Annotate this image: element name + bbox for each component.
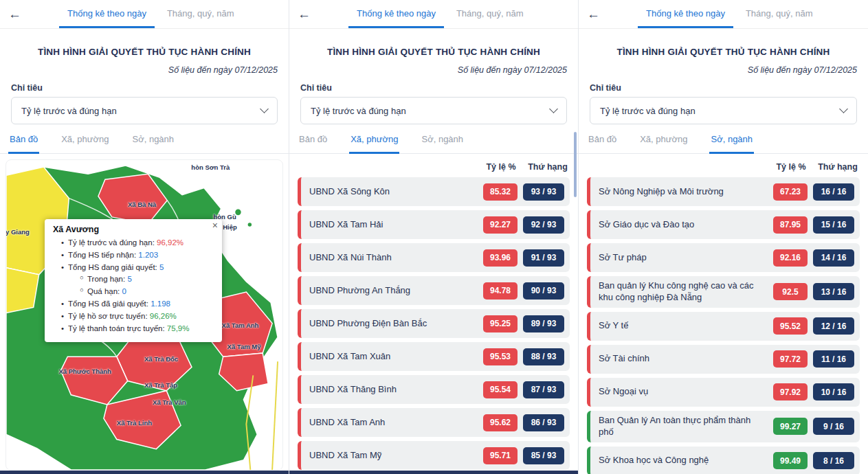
rank-badge: 88 / 93 <box>523 348 564 365</box>
tooltip-row-text: Tổng HS đã giải quyết: 1.198 <box>68 298 170 311</box>
scrollbar-thumb[interactable] <box>574 132 577 197</box>
page-title: TÌNH HÌNH GIẢI QUYẾT THỦ TỤC HÀNH CHÍNH <box>579 47 868 57</box>
map-tooltip: × Xã Avương • Tỷ lệ trước và đúng hạn: 9… <box>45 219 222 342</box>
rate-badge: 92.27 <box>483 216 518 234</box>
rate-badge: 95.25 <box>483 315 518 332</box>
rank-badge: 8 / 16 <box>813 452 854 469</box>
tab-month-quarter-year[interactable]: Tháng, quý, năm <box>448 0 532 28</box>
rank-badge: 14 / 16 <box>813 249 854 267</box>
tooltip-row-value: 5 <box>127 275 131 283</box>
tooltip-row-label: Tỷ lệ trước và đúng hạn: <box>68 238 157 247</box>
topbar: ← Thống kê theo ngày Tháng, quý, năm <box>579 0 868 29</box>
tooltip-row-label: Tổng HS tiếp nhận: <box>68 251 138 259</box>
view-tab-map[interactable]: Bản đồ <box>587 133 618 154</box>
view-tab-wards[interactable]: Xã, phường <box>60 133 110 154</box>
tooltip-row: • Tổng HS đang giải quyết: 5 <box>53 262 214 274</box>
back-button[interactable]: ← <box>8 7 30 22</box>
bullet-icon: • <box>58 323 67 335</box>
tooltip-row-value: 1.198 <box>151 300 170 308</box>
tooltip-row-value: 0 <box>122 287 126 295</box>
list-item[interactable]: UBND Phường An Thắng 94.78 90 / 93 <box>298 276 570 305</box>
tab-month-quarter-year[interactable]: Tháng, quý, năm <box>159 0 243 28</box>
tooltip-row: • Tỷ lệ hồ sơ trực tuyến: 96,26% <box>53 311 214 323</box>
list-column-headers: Tỷ lệ % Thứ hạng <box>289 154 578 176</box>
rate-badge: 94.78 <box>483 282 518 300</box>
rank-badge: 92 / 93 <box>523 216 564 234</box>
filter-label: Chỉ tiêu <box>300 83 567 93</box>
list-item[interactable]: Sở Tài chính 97.72 11 / 16 <box>587 345 860 374</box>
view-tab-departments[interactable]: Sở, ngành <box>131 133 175 154</box>
choropleth-map[interactable]: hòn Sơn TràXã Bà Nàhòn GùXã Tân HiệpTây … <box>5 159 283 471</box>
bullet-icon: • <box>58 262 67 274</box>
tab-daily-stats[interactable]: Thống kê theo ngày <box>348 0 444 28</box>
tooltip-row: • Tổng HS đã giải quyết: 1.198 <box>53 298 214 311</box>
tooltip-row-text: Tỷ lệ thanh toán trực tuyến: 75,9% <box>68 323 189 335</box>
app-root: ← Thống kê theo ngày Tháng, quý, năm TÌN… <box>0 0 868 474</box>
view-tab-map[interactable]: Bản đồ <box>8 133 39 154</box>
list-item[interactable]: Sở Giáo dục và Đào tạo 87.95 15 / 16 <box>587 210 860 239</box>
tooltip-row-value: 96,26% <box>150 312 177 320</box>
indicator-select[interactable]: Tỷ lệ trước và đúng hạn <box>300 97 567 124</box>
list-item[interactable]: UBND Xã Núi Thành 93.96 91 / 93 <box>298 243 570 272</box>
item-name: Sở Ngoại vụ <box>599 386 773 398</box>
list-item[interactable]: UBND Phường Điện Bàn Bắc 95.25 89 / 93 <box>298 309 570 338</box>
item-name: UBND Xã Tam Mỹ <box>309 450 483 462</box>
list-item[interactable]: Sở Tư pháp 92.16 14 / 16 <box>587 243 860 272</box>
rate-badge: 95.62 <box>483 414 518 431</box>
rank-badge: 9 / 16 <box>813 418 854 435</box>
tooltip-row-text: Tỷ lệ trước và đúng hạn: 96,92% <box>68 237 183 249</box>
list-item[interactable]: UBND Xã Tam Mỹ 95.71 85 / 93 <box>298 441 570 470</box>
item-name: UBND Xã Thăng Bình <box>309 384 483 396</box>
list-item[interactable]: UBND Xã Tam Hải 92.27 92 / 93 <box>298 210 570 239</box>
list-item[interactable]: Sở Khoa học và Công nghệ 99.49 8 / 16 <box>587 447 860 474</box>
list-item[interactable]: Sở Y tế 95.52 12 / 16 <box>587 312 860 341</box>
indicator-select[interactable]: Tỷ lệ trước và đúng hạn <box>11 97 278 124</box>
item-name: UBND Xã Tam Hải <box>309 219 483 231</box>
rank-badge: 87 / 93 <box>523 381 564 398</box>
item-name: UBND Xã Núi Thành <box>309 252 483 264</box>
tooltip-row: ○ Quá hạn: 0 <box>53 286 214 298</box>
view-tab-departments[interactable]: Sở, ngành <box>709 133 754 154</box>
panel-map: ← Thống kê theo ngày Tháng, quý, năm TÌN… <box>0 0 289 474</box>
rank-badge: 12 / 16 <box>813 317 854 335</box>
item-name: UBND Xã Tam Xuân <box>309 351 483 363</box>
topbar: ← Thống kê theo ngày Tháng, quý, năm <box>289 0 578 29</box>
view-tabs: Bản đồ Xã, phường Sở, ngành <box>579 133 868 154</box>
list-item[interactable]: UBND Xã Tam Xuân 95.53 88 / 93 <box>298 342 570 371</box>
list-item[interactable]: UBND Xã Sông Kôn 85.32 93 / 93 <box>298 177 570 206</box>
tooltip-row-text: Trong hạn: 5 <box>87 273 132 286</box>
top-tabs: Thống kê theo ngày Tháng, quý, năm <box>348 0 531 28</box>
view-tab-departments[interactable]: Sở, ngành <box>420 133 465 154</box>
list-item[interactable]: UBND Xã Thăng Bình 95.54 87 / 93 <box>298 375 570 404</box>
tooltip-row-value: 5 <box>159 263 164 271</box>
bullet-icon: • <box>58 311 67 323</box>
data-date-subtitle: Số liệu đến ngày 07/12/2025 <box>579 65 868 75</box>
view-tab-map[interactable]: Bản đồ <box>298 133 329 154</box>
wards-list: UBND Xã Sông Kôn 85.32 93 / 93 UBND Xã T… <box>289 176 578 474</box>
view-tab-wards[interactable]: Xã, phường <box>638 133 689 154</box>
list-item[interactable]: Sở Ngoại vụ 97.92 10 / 16 <box>587 378 860 407</box>
rate-badge: 95.53 <box>483 348 518 365</box>
rate-badge: 87.95 <box>773 216 808 234</box>
back-button[interactable]: ← <box>587 7 609 22</box>
bullet-icon: • <box>58 298 67 311</box>
chevron-down-icon <box>260 104 269 113</box>
tab-month-quarter-year[interactable]: Tháng, quý, năm <box>737 0 821 28</box>
list-item[interactable]: UBND Xã Tam Anh 95.62 86 / 93 <box>298 408 570 437</box>
item-name: Sở Nông Nghiệp và Môi trường <box>599 186 773 198</box>
indicator-select[interactable]: Tỷ lệ trước và đúng hạn <box>590 97 857 124</box>
item-name: UBND Xã Sông Kôn <box>309 186 483 198</box>
page-title: TÌNH HÌNH GIẢI QUYẾT THỦ TỤC HÀNH CHÍNH <box>0 47 289 57</box>
rank-badge: 13 / 16 <box>813 283 854 300</box>
rate-badge: 95.71 <box>483 447 518 464</box>
close-icon[interactable]: × <box>212 221 218 230</box>
rate-badge: 95.54 <box>483 381 518 398</box>
view-tab-wards[interactable]: Xã, phường <box>349 133 399 154</box>
list-item[interactable]: Ban quản lý Khu công nghệ cao và các khu… <box>587 276 860 308</box>
list-item[interactable]: Sở Nông Nghiệp và Môi trường 67.23 16 / … <box>587 177 860 206</box>
departments-list: Sở Nông Nghiệp và Môi trường 67.23 16 / … <box>579 176 868 474</box>
back-button[interactable]: ← <box>298 7 320 22</box>
tab-daily-stats[interactable]: Thống kê theo ngày <box>638 0 733 28</box>
tab-daily-stats[interactable]: Thống kê theo ngày <box>59 0 155 28</box>
list-item[interactable]: Ban Quản lý An toàn thực phẩm thành phố … <box>587 411 860 442</box>
